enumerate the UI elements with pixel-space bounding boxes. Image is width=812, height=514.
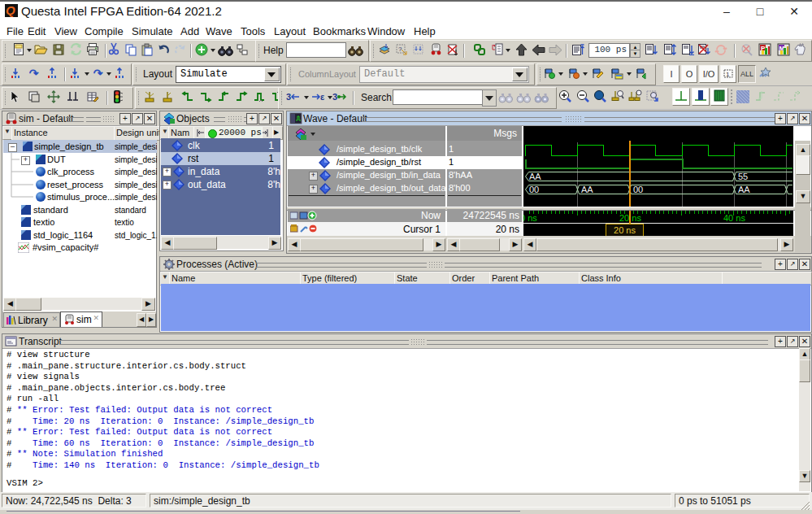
svg-text:00: 00 (633, 185, 643, 194)
svg-text:40 ns: 40 ns (723, 213, 745, 223)
svg-text:0 ns: 0 ns (523, 213, 537, 223)
svg-text:AA: AA (581, 185, 593, 194)
svg-text:3: 3 (332, 92, 337, 102)
svg-text:ε: ε (320, 92, 325, 102)
svg-text:AA: AA (738, 185, 750, 194)
svg-text:AA: AA (529, 172, 541, 181)
svg-text:1: 1 (726, 71, 730, 78)
svg-text:55: 55 (738, 172, 748, 181)
svg-text:20 ns: 20 ns (619, 213, 641, 223)
svg-text:00: 00 (529, 185, 539, 194)
svg-text:3: 3 (286, 92, 291, 102)
svg-text:?: ? (398, 46, 402, 53)
